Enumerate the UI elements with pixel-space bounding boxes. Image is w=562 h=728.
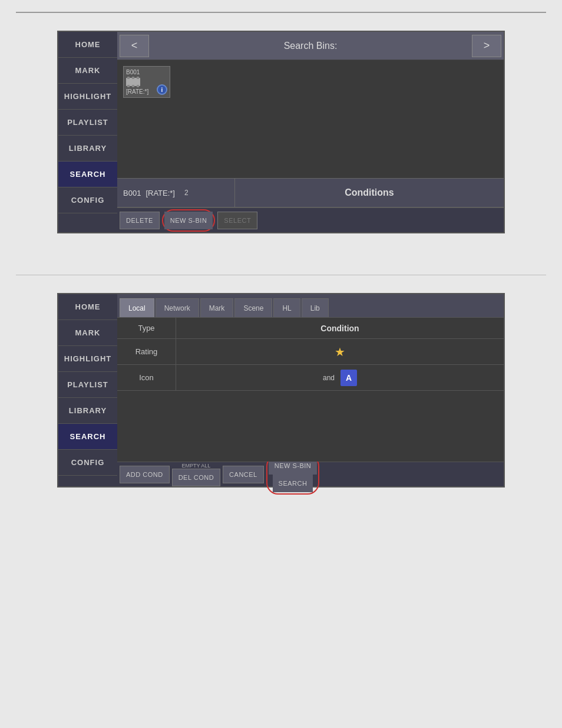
- info-circle[interactable]: i: [157, 84, 167, 95]
- sidebar2-item-highlight[interactable]: HIGHLIGHT: [58, 346, 117, 372]
- bin-id-label: B001: [126, 69, 167, 75]
- header-bar-1: < Search Bins: >: [117, 32, 504, 60]
- new-sbin-highlight: NEW S-BIN: [162, 209, 216, 232]
- svg-rect-4: [127, 85, 130, 87]
- back-button[interactable]: <: [120, 35, 149, 57]
- svg-rect-2: [132, 77, 134, 79]
- icon-row: Icon and A: [117, 365, 504, 391]
- tab-lib[interactable]: Lib: [302, 298, 329, 317]
- cancel-button[interactable]: CANCEL: [223, 466, 264, 483]
- rating-value[interactable]: ★: [176, 345, 504, 359]
- sidebar-item-search[interactable]: SEARCH: [58, 162, 117, 187]
- sidebar2-item-mark[interactable]: MARK: [58, 320, 117, 346]
- sidebar-item-library[interactable]: LIBRARY: [58, 136, 117, 162]
- icon-value[interactable]: and A: [176, 370, 504, 386]
- conditions-label: Conditions: [235, 179, 504, 207]
- star-icon: ★: [335, 345, 345, 359]
- rating-row: Rating ★: [117, 339, 504, 365]
- sidebar-2: HOME MARK HIGHLIGHT PLAYLIST LIBRARY SEA…: [58, 294, 117, 486]
- tab-local[interactable]: Local: [120, 298, 154, 317]
- sidebar-item-mark[interactable]: MARK: [58, 58, 117, 84]
- bin-card[interactable]: B001: [123, 66, 170, 98]
- sidebar2-item-library[interactable]: LIBRARY: [58, 398, 117, 424]
- new-sbin-button[interactable]: NEW S-BIN: [164, 212, 213, 229]
- sidebar-item-home[interactable]: HOME: [58, 32, 117, 58]
- sidebar2-item-search[interactable]: SEARCH: [58, 424, 117, 450]
- sidebar-item-config[interactable]: CONFIG: [58, 187, 117, 213]
- search-button[interactable]: SEARCH: [273, 475, 313, 492]
- bin-info-left: B001 [RATE:*] 2: [117, 179, 235, 207]
- tab-bar: Local Network Mark Scene HL Li: [117, 294, 504, 318]
- panel-divider: [16, 275, 546, 275]
- header-title: Search Bins:: [151, 41, 470, 51]
- delete-button[interactable]: DELETE: [120, 212, 160, 229]
- bins-content-body: B001: [117, 60, 504, 178]
- sidebar-item-highlight[interactable]: HIGHLIGHT: [58, 84, 117, 110]
- svg-rect-5: [132, 85, 134, 87]
- icon-label: Icon: [117, 365, 176, 390]
- svg-rect-0: [126, 78, 140, 86]
- sidebar-item-playlist[interactable]: PLAYLIST: [58, 110, 117, 136]
- film-icon: [126, 77, 140, 87]
- sidebar2-item-playlist[interactable]: PLAYLIST: [58, 372, 117, 398]
- forward-button[interactable]: >: [472, 35, 501, 57]
- svg-rect-6: [137, 85, 139, 87]
- tab-mark[interactable]: Mark: [200, 298, 234, 317]
- tab-network[interactable]: Network: [156, 298, 199, 317]
- main-content-1: < Search Bins: > B001: [117, 32, 504, 232]
- tab-hl[interactable]: HL: [273, 298, 300, 317]
- select-button[interactable]: SELECT: [217, 212, 257, 229]
- svg-rect-3: [137, 77, 139, 79]
- condition-value-header: Condition: [176, 318, 504, 338]
- empty-all-label: EMPTY ALL: [181, 463, 210, 469]
- condition-header: Type Condition: [117, 318, 504, 339]
- new-sbin-search-group: NEW S-BIN SEARCH: [269, 457, 318, 492]
- toolbar-1: DELETE NEW S-BIN SELECT: [117, 207, 504, 232]
- sidebar2-item-config[interactable]: CONFIG: [58, 450, 117, 476]
- and-text: and: [323, 374, 335, 382]
- main-content-2: Local Network Mark Scene HL Li: [117, 294, 504, 486]
- tab-scene[interactable]: Scene: [234, 298, 272, 317]
- sidebar2-item-home[interactable]: HOME: [58, 294, 117, 320]
- search-bins-panel: HOME MARK HIGHLIGHT PLAYLIST LIBRARY SEA…: [57, 31, 505, 233]
- svg-rect-1: [127, 77, 130, 79]
- icon-a-box: A: [340, 370, 357, 386]
- add-cond-button[interactable]: ADD COND: [120, 466, 170, 483]
- sidebar-1: HOME MARK HIGHLIGHT PLAYLIST LIBRARY SEA…: [58, 32, 117, 232]
- info-row: B001 [RATE:*] 2 Conditions: [117, 178, 504, 207]
- empty-del-group: EMPTY ALL DEL COND: [172, 463, 220, 486]
- del-cond-button[interactable]: DEL COND: [172, 469, 220, 486]
- rating-label: Rating: [117, 339, 176, 364]
- top-rule: [16, 12, 546, 13]
- conditions-panel: HOME MARK HIGHLIGHT PLAYLIST LIBRARY SEA…: [57, 293, 505, 487]
- toolbar-2: ADD COND EMPTY ALL DEL COND CANCEL: [117, 462, 504, 486]
- type-label: Type: [117, 318, 176, 338]
- conditions-body: [117, 391, 504, 462]
